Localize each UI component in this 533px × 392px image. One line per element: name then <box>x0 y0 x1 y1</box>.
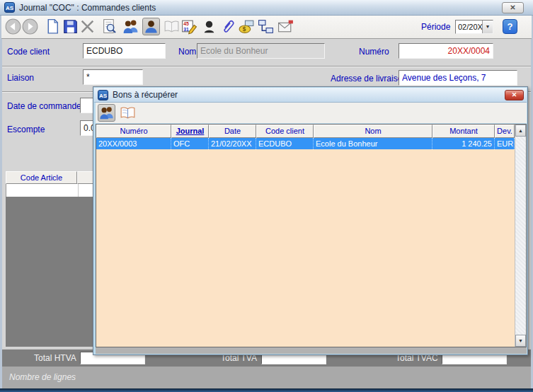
scroll-down-icon[interactable]: ▼ <box>515 335 526 347</box>
search-document-icon[interactable] <box>101 18 118 35</box>
chevron-down-icon[interactable]: ▼ <box>482 21 493 33</box>
mail-icon[interactable] <box>277 18 294 35</box>
liaison-label: Liaison <box>7 73 34 83</box>
total-htva-label: Total HTVA <box>34 353 76 363</box>
column-header-dev[interactable]: Dev. <box>495 125 515 138</box>
back-icon[interactable] <box>4 18 22 35</box>
bons-table-header-row: Numéro Journal Date Code client Nom Mont… <box>96 125 515 138</box>
numero-label: Numéro <box>359 47 389 57</box>
app-logo-icon: AS <box>98 90 108 100</box>
table-empty-area <box>96 149 515 347</box>
structure-icon[interactable] <box>257 18 275 35</box>
catalog-book-icon[interactable] <box>119 104 137 122</box>
dialog-title-bar[interactable]: AS Bons à récupérer ✕ <box>94 88 527 103</box>
periode-dropdown[interactable]: 02/20XX ▼ <box>455 20 493 34</box>
calendar-edit-icon[interactable]: 4531 <box>180 18 197 35</box>
forward-icon[interactable] <box>21 18 39 35</box>
code-client-field[interactable] <box>83 43 166 59</box>
nom-label: Nom <box>178 47 196 57</box>
date-commande-label: Date de commande <box>7 101 81 111</box>
paperclip-icon[interactable] <box>219 18 236 35</box>
window-frame-bottom <box>0 388 533 392</box>
cell-date[interactable]: 21/02/20XX <box>209 138 256 149</box>
scrollbar-track[interactable] <box>515 137 526 335</box>
status-bar: Nombre de lignes <box>2 367 531 388</box>
bons-table: Numéro Journal Date Code client Nom Mont… <box>96 124 527 347</box>
save-icon[interactable] <box>62 18 79 35</box>
vertical-scrollbar[interactable]: ▲ ▼ <box>515 125 526 347</box>
column-header-date[interactable]: Date <box>209 125 256 138</box>
dialog-close-button[interactable]: ✕ <box>505 90 524 100</box>
column-header-journal[interactable]: Journal <box>171 125 209 138</box>
contact-icon[interactable] <box>200 18 218 35</box>
cell-code-client[interactable]: ECDUBO <box>256 138 314 149</box>
column-header-numero[interactable]: Numéro <box>96 125 171 138</box>
dialog-toolbar <box>96 103 527 123</box>
svg-text:$: $ <box>243 25 246 33</box>
cell-nom[interactable]: Ecole du Bonheur <box>314 138 432 149</box>
adresse-livraison-label: Adresse de livraison <box>331 74 407 83</box>
clients-icon[interactable] <box>98 104 115 122</box>
numero-field[interactable] <box>399 43 493 59</box>
cell-montant[interactable]: 1 240.25 <box>432 138 495 149</box>
clients-icon[interactable] <box>122 18 139 35</box>
separator <box>2 66 531 67</box>
column-header-montant[interactable]: Montant <box>432 125 495 138</box>
app-logo-icon: AS <box>4 2 15 13</box>
dialog-title: Bons à récupérer <box>113 90 178 100</box>
bons-a-recuperer-dialog: AS Bons à récupérer ✕ Numéro Journal Dat… <box>93 86 528 355</box>
status-text: Nombre de lignes <box>9 372 76 382</box>
window-title: Journal "COC" : Commandes clients <box>19 3 156 13</box>
code-client-label: Code client <box>7 47 50 57</box>
cell-devise[interactable]: EUR <box>495 138 515 149</box>
column-header-nom[interactable]: Nom <box>314 125 432 138</box>
nom-field <box>197 43 325 59</box>
title-bar[interactable]: AS Journal "COC" : Commandes clients ✕ <box>0 0 533 16</box>
adresse-livraison-field[interactable] <box>399 70 517 86</box>
person-icon[interactable] <box>142 18 160 35</box>
periode-label: Période <box>421 22 450 32</box>
delete-icon[interactable] <box>79 18 96 35</box>
close-button[interactable]: ✕ <box>502 2 524 13</box>
book-icon[interactable] <box>163 18 180 35</box>
help-button[interactable]: ? <box>503 19 517 34</box>
main-toolbar: 4531 $ Période 02/20XX ▼ ? <box>1 16 532 39</box>
payment-icon[interactable]: $ <box>238 18 256 35</box>
table-row-selected[interactable]: 20XX/0003 OFC 21/02/20XX ECDUBO Ecole du… <box>96 138 515 149</box>
application-window: AS Journal "COC" : Commandes clients ✕ 4… <box>0 0 533 392</box>
svg-text:31: 31 <box>183 27 189 32</box>
liaison-field[interactable] <box>83 69 143 85</box>
cell-journal[interactable]: OFC <box>171 138 209 149</box>
article-code-column-header[interactable]: Code Article <box>6 171 77 184</box>
svg-text:45: 45 <box>183 21 189 26</box>
cell-numero[interactable]: 20XX/0003 <box>96 138 171 149</box>
scroll-up-icon[interactable]: ▲ <box>515 125 526 137</box>
column-header-code-client[interactable]: Code client <box>256 125 314 138</box>
new-document-icon[interactable] <box>44 18 62 35</box>
dialog-bottom-strip <box>96 347 527 354</box>
escompte-label: Escompte <box>7 125 45 134</box>
